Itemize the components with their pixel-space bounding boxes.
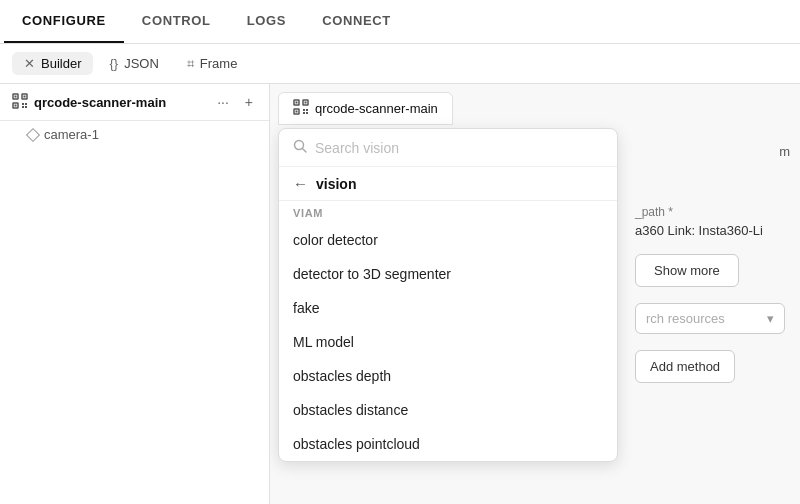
sidebar-child-camera[interactable]: camera-1 — [0, 121, 269, 148]
component-tab-icon — [293, 99, 309, 118]
dropdown-panel: ← vision VIAM color detector detector to… — [278, 128, 618, 462]
main-layout: qrcode-scanner-main ··· + camera-1 — [0, 84, 800, 504]
sidebar-main-label: qrcode-scanner-main — [34, 95, 166, 110]
dropdown-item-ml-model[interactable]: ML model — [279, 325, 617, 359]
subnav-frame-label: Frame — [200, 56, 238, 71]
add-method-button[interactable]: Add method — [635, 350, 735, 383]
back-label: vision — [316, 176, 356, 192]
qr-icon — [12, 93, 28, 112]
svg-rect-13 — [296, 102, 298, 104]
dropdown-search-row — [279, 129, 617, 167]
dropdown-item-obstacles-depth[interactable]: obstacles depth — [279, 359, 617, 393]
sidebar-actions: ··· + — [213, 92, 257, 112]
svg-rect-18 — [303, 112, 305, 114]
svg-rect-9 — [25, 106, 27, 108]
partial-text-m: m — [635, 144, 790, 159]
field-section: _path * a360 Link: Insta360-Li — [635, 205, 790, 238]
search-resources-dropdown[interactable]: rch resources ▾ — [635, 303, 785, 334]
search-resources-label: rch resources — [646, 311, 725, 326]
svg-rect-15 — [296, 111, 298, 113]
search-icon — [293, 139, 307, 156]
sub-nav: ✕ Builder {} JSON ⌗ Frame — [0, 44, 800, 84]
sidebar-child-label: camera-1 — [44, 127, 99, 142]
dropdown-item-obstacles-distance[interactable]: obstacles distance — [279, 393, 617, 427]
field-label: _path * — [635, 205, 790, 219]
svg-rect-19 — [306, 112, 308, 114]
sidebar-header: qrcode-scanner-main ··· + — [0, 84, 269, 121]
dropdown-section-label: VIAM — [279, 201, 617, 223]
nav-configure[interactable]: CONFIGURE — [4, 0, 124, 43]
nav-logs[interactable]: LOGS — [229, 0, 304, 43]
subnav-builder[interactable]: ✕ Builder — [12, 52, 93, 75]
subnav-json[interactable]: {} JSON — [97, 52, 170, 75]
dropdown-item-detector-3d[interactable]: detector to 3D segmenter — [279, 257, 617, 291]
field-value: a360 Link: Insta360-Li — [635, 223, 790, 238]
show-more-button[interactable]: Show more — [635, 254, 739, 287]
nav-control[interactable]: CONTROL — [124, 0, 229, 43]
builder-icon: ✕ — [24, 56, 35, 71]
svg-rect-17 — [306, 109, 308, 111]
component-tab[interactable]: qrcode-scanner-main — [278, 92, 453, 125]
dropdown-back-row: ← vision — [279, 167, 617, 201]
dropdown-item-color-detector[interactable]: color detector — [279, 223, 617, 257]
svg-rect-6 — [22, 103, 24, 105]
content-area: qrcode-scanner-main m _path * a360 Link:… — [270, 84, 800, 504]
svg-rect-14 — [305, 102, 307, 104]
component-tab-label: qrcode-scanner-main — [315, 101, 438, 116]
svg-rect-8 — [22, 106, 24, 108]
back-arrow-icon[interactable]: ← — [293, 175, 308, 192]
dropdown-item-fake[interactable]: fake — [279, 291, 617, 325]
subnav-builder-label: Builder — [41, 56, 81, 71]
subnav-frame[interactable]: ⌗ Frame — [175, 52, 250, 76]
chevron-down-icon: ▾ — [767, 311, 774, 326]
right-panel: m _path * a360 Link: Insta360-Li Show mo… — [635, 144, 790, 383]
nav-connect[interactable]: CONNECT — [304, 0, 409, 43]
svg-line-21 — [303, 149, 307, 153]
svg-rect-3 — [15, 95, 17, 97]
svg-rect-5 — [15, 104, 17, 106]
svg-rect-7 — [25, 103, 27, 105]
search-vision-input[interactable] — [315, 140, 603, 156]
svg-rect-16 — [303, 109, 305, 111]
svg-rect-4 — [24, 95, 26, 97]
sidebar-main-item[interactable]: qrcode-scanner-main — [12, 93, 166, 112]
json-icon: {} — [109, 56, 118, 71]
sidebar-more-button[interactable]: ··· — [213, 92, 233, 112]
frame-icon: ⌗ — [187, 56, 194, 72]
dropdown-item-obstacles-pointcloud[interactable]: obstacles pointcloud — [279, 427, 617, 461]
sidebar: qrcode-scanner-main ··· + camera-1 — [0, 84, 270, 504]
diamond-icon — [26, 127, 40, 141]
sidebar-add-button[interactable]: + — [241, 92, 257, 112]
subnav-json-label: JSON — [124, 56, 159, 71]
top-nav: CONFIGURE CONTROL LOGS CONNECT — [0, 0, 800, 44]
